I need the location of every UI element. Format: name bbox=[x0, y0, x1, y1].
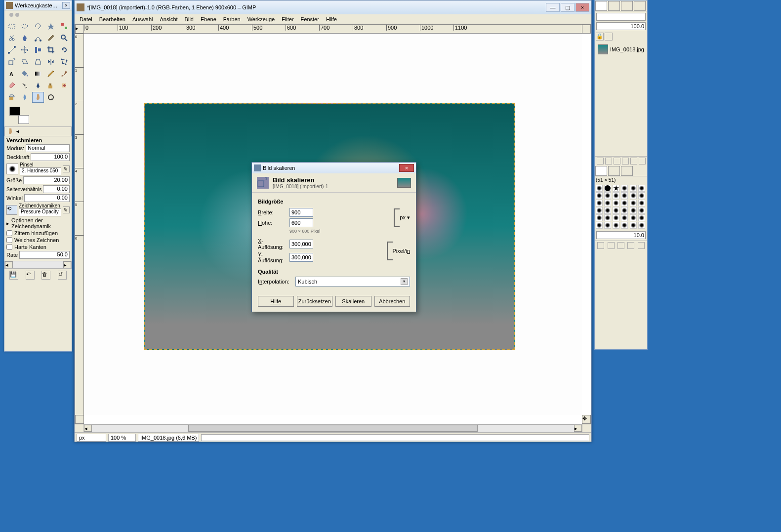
smudge-tool[interactable] bbox=[32, 92, 44, 103]
reset-button[interactable]: Zurücksetzen bbox=[297, 296, 333, 307]
delete-preset-button[interactable]: 🗑 bbox=[41, 271, 50, 280]
edit-brush-button[interactable] bbox=[597, 242, 604, 249]
rate-field[interactable]: 50.0 bbox=[19, 251, 70, 259]
layer-mode-select[interactable] bbox=[596, 13, 646, 21]
size-field[interactable]: 20.00 bbox=[23, 176, 70, 184]
status-unit-select[interactable]: px bbox=[77, 434, 106, 442]
brush-spacing-slider[interactable]: 10.0 bbox=[596, 231, 646, 239]
menu-fenster[interactable]: Fenster bbox=[298, 15, 322, 23]
help-button[interactable]: Hilfe bbox=[258, 296, 294, 307]
brush-item[interactable] bbox=[604, 200, 611, 206]
crop-tool[interactable] bbox=[45, 44, 57, 55]
fuzzy-select-tool[interactable] bbox=[45, 21, 57, 32]
brush-item[interactable] bbox=[638, 200, 645, 206]
rect-select-tool[interactable] bbox=[6, 21, 18, 32]
dynamics-options-expander[interactable]: ▸Optionen der Zeichendynamik bbox=[6, 217, 70, 229]
new-layer-button[interactable] bbox=[597, 158, 604, 164]
close-button[interactable]: × bbox=[575, 3, 589, 12]
fg-color-swatch[interactable] bbox=[9, 107, 20, 116]
brush-item[interactable] bbox=[630, 200, 637, 206]
height-input[interactable] bbox=[289, 218, 313, 227]
color-select-tool[interactable] bbox=[58, 21, 70, 32]
blend-tool[interactable] bbox=[32, 68, 44, 79]
save-preset-button[interactable]: 💾 bbox=[9, 271, 18, 280]
brush-item[interactable] bbox=[638, 222, 645, 229]
dynamics-icon[interactable]: ⟲ bbox=[6, 205, 17, 215]
brush-item[interactable] bbox=[630, 222, 637, 229]
undo-tab[interactable] bbox=[634, 1, 646, 11]
menu-datei[interactable]: Datei bbox=[77, 15, 95, 23]
brush-item[interactable] bbox=[621, 200, 628, 206]
patterns-tab[interactable] bbox=[608, 166, 620, 176]
soft-checkbox[interactable] bbox=[6, 237, 12, 243]
brush-item[interactable] bbox=[604, 185, 611, 192]
toolbox-titlebar[interactable]: Werkzeugkasten - Werkz... × bbox=[4, 0, 72, 10]
brush-item[interactable] bbox=[638, 207, 645, 214]
scroll-thumb[interactable] bbox=[188, 425, 478, 432]
width-input[interactable] bbox=[289, 208, 313, 217]
ellipse-select-tool[interactable] bbox=[19, 21, 31, 32]
cancel-button[interactable]: Abbrechen bbox=[374, 296, 411, 307]
color-swatches[interactable] bbox=[4, 104, 72, 126]
delete-brush-button[interactable] bbox=[627, 242, 634, 249]
delete-layer-button[interactable] bbox=[639, 158, 646, 164]
layer-row[interactable]: IMG_0018.jpg bbox=[597, 43, 645, 55]
eraser-tool[interactable] bbox=[6, 80, 18, 91]
layers-tab[interactable] bbox=[595, 1, 607, 11]
rotate-tool[interactable] bbox=[58, 44, 70, 55]
dialog-titlebar[interactable]: Bild skalieren × bbox=[252, 163, 416, 173]
bg-color-swatch[interactable] bbox=[18, 115, 29, 124]
edit-brush-button[interactable]: ✎ bbox=[63, 165, 70, 172]
brush-item[interactable] bbox=[630, 185, 637, 192]
size-unit-select[interactable]: px ▾ bbox=[400, 214, 410, 221]
mode-select[interactable]: Normal bbox=[26, 144, 70, 152]
paths-tool[interactable] bbox=[32, 33, 44, 43]
perspective-tool[interactable] bbox=[32, 56, 44, 67]
dodge-burn-tool[interactable] bbox=[45, 92, 57, 103]
scale-tool[interactable] bbox=[6, 56, 18, 67]
menu-bearbeiten[interactable]: Bearbeiten bbox=[96, 15, 128, 23]
menu-ansicht[interactable]: Ansicht bbox=[157, 15, 181, 23]
brush-item[interactable] bbox=[621, 192, 628, 199]
ink-tool[interactable] bbox=[32, 80, 44, 91]
new-brush-button[interactable] bbox=[608, 242, 615, 249]
brush-item[interactable] bbox=[596, 222, 603, 229]
brush-item[interactable] bbox=[630, 192, 637, 199]
maximize-button[interactable]: ▢ bbox=[561, 3, 575, 12]
heal-tool[interactable] bbox=[58, 80, 70, 91]
brush-item[interactable] bbox=[596, 185, 603, 192]
brush-item[interactable] bbox=[638, 185, 645, 192]
bucket-fill-tool[interactable] bbox=[19, 68, 31, 79]
gradients-tab[interactable] bbox=[621, 166, 633, 176]
menu-bild[interactable]: Bild bbox=[182, 15, 197, 23]
airbrush-tool[interactable] bbox=[19, 80, 31, 91]
qmask-toggle[interactable] bbox=[75, 415, 84, 424]
paintbrush-tool[interactable] bbox=[58, 68, 70, 79]
canvas-scrollbar-h[interactable]: ◂ ▸ bbox=[83, 424, 582, 432]
menu-farben[interactable]: Farben bbox=[220, 15, 244, 23]
pencil-tool[interactable] bbox=[45, 68, 57, 79]
align-tool[interactable] bbox=[32, 44, 44, 55]
brush-item[interactable] bbox=[613, 185, 619, 192]
text-tool[interactable]: A bbox=[6, 68, 18, 79]
ruler-corner[interactable]: ▸ bbox=[75, 25, 84, 34]
lock-pixels-toggle[interactable]: 🔒 bbox=[596, 33, 604, 41]
res-unit-select[interactable]: Pixel/in bbox=[393, 248, 410, 254]
brush-item[interactable] bbox=[613, 200, 619, 206]
brush-item[interactable] bbox=[621, 214, 628, 221]
scissors-tool[interactable] bbox=[6, 33, 18, 43]
ruler-vertical[interactable]: 0123456 bbox=[75, 34, 84, 415]
zoom-tool[interactable] bbox=[58, 33, 70, 43]
brush-item[interactable] bbox=[596, 192, 603, 199]
hard-checkbox[interactable] bbox=[6, 244, 12, 250]
brush-item[interactable] bbox=[621, 185, 628, 192]
brush-item[interactable] bbox=[596, 200, 603, 206]
toolbox-scrollbar[interactable]: ◂ ▸ bbox=[4, 261, 72, 269]
scroll-right-button[interactable]: ▸ bbox=[574, 425, 582, 432]
cage-tool[interactable] bbox=[58, 56, 70, 67]
opacity-field[interactable]: 100.0 bbox=[31, 153, 70, 161]
channels-tab[interactable] bbox=[608, 1, 620, 11]
nav-corner[interactable]: ✥ bbox=[582, 415, 591, 424]
scroll-left-button[interactable]: ◂ bbox=[84, 425, 92, 432]
layer-name[interactable]: IMG_0018.jpg bbox=[610, 46, 644, 52]
